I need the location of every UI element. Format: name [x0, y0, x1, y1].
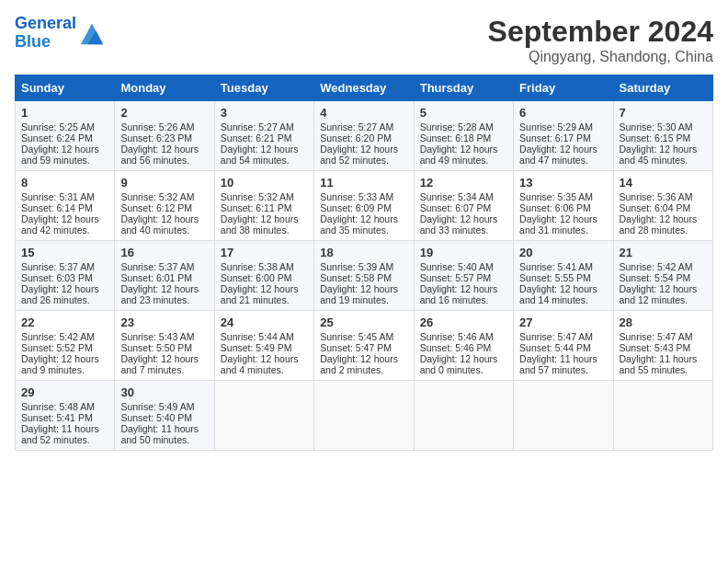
month-year-title: September 2024 [488, 15, 713, 49]
calendar-week-row: 29Sunrise: 5:48 AMSunset: 5:41 PMDayligh… [16, 381, 713, 451]
weekday-header-thursday: Thursday [414, 75, 513, 101]
day-info-line: Daylight: 12 hours [519, 283, 607, 294]
calendar-cell: 19Sunrise: 5:40 AMSunset: 5:57 PMDayligh… [414, 241, 513, 311]
day-info-line: Sunrise: 5:39 AM [320, 261, 407, 272]
calendar-table: SundayMondayTuesdayWednesdayThursdayFrid… [15, 75, 713, 451]
calendar-cell: 22Sunrise: 5:42 AMSunset: 5:52 PMDayligh… [16, 311, 115, 381]
day-info-line: Sunset: 6:06 PM [519, 202, 607, 213]
day-info-line: and 4 minutes. [221, 364, 308, 375]
calendar-cell: 18Sunrise: 5:39 AMSunset: 5:58 PMDayligh… [314, 241, 414, 311]
day-info-line: Sunrise: 5:32 AM [221, 191, 308, 202]
day-number: 30 [120, 385, 208, 399]
weekday-header-wednesday: Wednesday [314, 75, 414, 101]
calendar-cell: 30Sunrise: 5:49 AMSunset: 5:40 PMDayligh… [115, 381, 214, 451]
day-info-line: Daylight: 12 hours [120, 283, 208, 294]
calendar-cell: 10Sunrise: 5:32 AMSunset: 6:11 PMDayligh… [214, 171, 313, 241]
day-info-line: and 50 minutes. [120, 434, 208, 445]
day-info-line: Daylight: 12 hours [21, 213, 108, 224]
day-info-line: Sunset: 6:04 PM [620, 202, 707, 213]
day-info-line: and 2 minutes. [320, 364, 407, 375]
day-info-line: Daylight: 12 hours [120, 144, 208, 155]
calendar-cell: 15Sunrise: 5:37 AMSunset: 6:03 PMDayligh… [16, 241, 115, 311]
day-info-line: Sunrise: 5:26 AM [120, 121, 208, 132]
day-info-line: Daylight: 12 hours [320, 144, 407, 155]
calendar-cell: 23Sunrise: 5:43 AMSunset: 5:50 PMDayligh… [115, 311, 214, 381]
day-info-line: Sunrise: 5:47 AM [519, 331, 607, 342]
day-number: 22 [21, 316, 108, 329]
day-info-line: Sunrise: 5:25 AM [21, 121, 108, 132]
day-info-line: Daylight: 12 hours [120, 213, 208, 224]
day-number: 15 [21, 246, 108, 259]
day-info-line: Sunrise: 5:42 AM [21, 331, 108, 342]
calendar-cell: 5Sunrise: 5:28 AMSunset: 6:18 PMDaylight… [414, 101, 513, 171]
calendar-cell: 13Sunrise: 5:35 AMSunset: 6:06 PMDayligh… [514, 171, 613, 241]
calendar-cell: 17Sunrise: 5:38 AMSunset: 6:00 PMDayligh… [214, 241, 313, 311]
day-info-line: and 55 minutes. [620, 364, 707, 375]
day-info-line: Daylight: 12 hours [320, 213, 407, 224]
weekday-header-sunday: Sunday [16, 75, 115, 101]
calendar-cell [613, 381, 712, 451]
day-info-line: Sunrise: 5:31 AM [21, 191, 108, 202]
day-info-line: and 38 minutes. [221, 224, 308, 236]
day-info-line: Daylight: 11 hours [620, 353, 707, 364]
day-info-line: and 9 minutes. [21, 364, 108, 375]
day-info-line: Sunrise: 5:47 AM [620, 331, 707, 342]
calendar-cell: 20Sunrise: 5:41 AMSunset: 5:55 PMDayligh… [514, 241, 613, 311]
day-info-line: and 31 minutes. [519, 224, 607, 236]
day-info-line: Daylight: 12 hours [320, 283, 407, 294]
day-info-line: Sunset: 5:44 PM [519, 342, 607, 353]
day-info-line: and 45 minutes. [620, 155, 707, 166]
day-number: 29 [21, 385, 108, 399]
day-number: 20 [519, 246, 607, 259]
day-info-line: Sunset: 6:15 PM [620, 132, 707, 144]
day-info-line: Sunset: 5:52 PM [21, 342, 108, 353]
calendar-week-row: 15Sunrise: 5:37 AMSunset: 6:03 PMDayligh… [16, 241, 713, 311]
day-info-line: and 47 minutes. [519, 155, 607, 166]
day-info-line: and 54 minutes. [221, 155, 308, 166]
day-number: 3 [221, 106, 308, 120]
day-info-line: Sunset: 5:50 PM [120, 342, 208, 353]
day-number: 11 [320, 176, 407, 190]
title-block: September 2024 Qingyang, Shandong, China [488, 15, 713, 65]
day-info-line: Daylight: 12 hours [21, 353, 108, 364]
day-info-line: and 16 minutes. [420, 294, 507, 305]
day-number: 24 [221, 316, 308, 329]
day-info-line: Sunset: 6:00 PM [221, 272, 308, 283]
day-info-line: and 40 minutes. [120, 224, 208, 236]
day-number: 16 [120, 246, 208, 259]
calendar-cell [514, 381, 613, 451]
day-number: 25 [320, 316, 407, 329]
day-info-line: Daylight: 12 hours [420, 213, 507, 224]
day-info-line: and 23 minutes. [120, 294, 208, 305]
day-info-line: Sunset: 6:11 PM [221, 202, 308, 213]
day-info-line: Daylight: 12 hours [620, 283, 707, 294]
day-info-line: Daylight: 11 hours [120, 423, 208, 434]
calendar-cell: 29Sunrise: 5:48 AMSunset: 5:41 PMDayligh… [16, 381, 115, 451]
calendar-cell: 14Sunrise: 5:36 AMSunset: 6:04 PMDayligh… [613, 171, 712, 241]
day-info-line: and 26 minutes. [21, 294, 108, 305]
day-info-line: and 59 minutes. [21, 155, 108, 166]
day-info-line: Sunrise: 5:45 AM [320, 331, 407, 342]
day-info-line: Daylight: 12 hours [221, 353, 308, 364]
day-info-line: and 21 minutes. [221, 294, 308, 305]
day-number: 17 [221, 246, 308, 259]
calendar-cell: 12Sunrise: 5:34 AMSunset: 6:07 PMDayligh… [414, 171, 513, 241]
day-info-line: Daylight: 12 hours [221, 283, 308, 294]
day-info-line: Sunset: 6:17 PM [519, 132, 607, 144]
calendar-cell: 25Sunrise: 5:45 AMSunset: 5:47 PMDayligh… [314, 311, 414, 381]
day-info-line: Sunrise: 5:38 AM [221, 261, 308, 272]
day-info-line: Sunrise: 5:37 AM [21, 261, 108, 272]
day-info-line: Sunrise: 5:35 AM [519, 191, 607, 202]
calendar-cell: 16Sunrise: 5:37 AMSunset: 6:01 PMDayligh… [115, 241, 214, 311]
day-info-line: Sunrise: 5:48 AM [21, 401, 108, 412]
day-number: 14 [620, 176, 707, 190]
day-number: 10 [221, 176, 308, 190]
day-info-line: Sunset: 5:49 PM [221, 342, 308, 353]
calendar-week-row: 22Sunrise: 5:42 AMSunset: 5:52 PMDayligh… [16, 311, 713, 381]
day-number: 12 [420, 176, 507, 190]
day-info-line: Sunrise: 5:32 AM [120, 191, 208, 202]
day-info-line: Daylight: 12 hours [21, 283, 108, 294]
weekday-header-tuesday: Tuesday [214, 75, 313, 101]
day-info-line: Sunrise: 5:28 AM [420, 121, 507, 132]
day-info-line: Sunrise: 5:30 AM [620, 121, 707, 132]
